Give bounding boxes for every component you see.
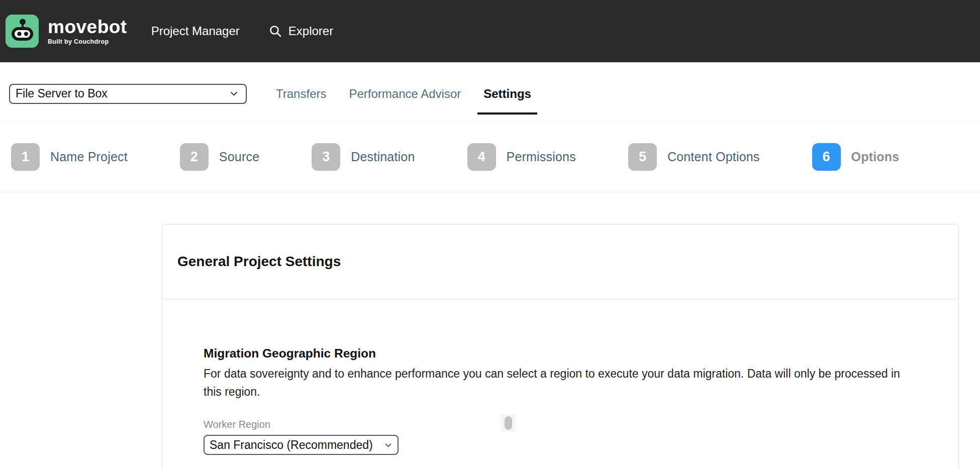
main-content: General Project Settings Migration Geogr… [0,224,980,470]
wizard-stepper: 1 Name Project 2 Source 3 Destination 4 … [0,122,980,192]
step-destination[interactable]: 3 Destination [312,143,415,171]
tab-transfers[interactable]: Transfers [276,66,326,121]
brand-name: movebot [48,18,127,36]
general-settings-card: General Project Settings Migration Geogr… [162,224,959,470]
nav-project-manager[interactable]: Project Manager [151,24,240,38]
step-badge: 3 [312,143,340,171]
step-label: Name Project [50,150,128,164]
nav-explorer-label: Explorer [288,24,333,38]
mini-scrollbar-thumb[interactable] [505,416,512,430]
project-select[interactable]: File Server to Box [9,84,247,104]
step-label: Options [851,150,900,164]
movebot-logo[interactable] [6,15,39,48]
robot-icon [6,15,39,48]
nav-project-manager-label: Project Manager [151,24,240,38]
step-content-options[interactable]: 5 Content Options [628,143,760,171]
tab-settings[interactable]: Settings [483,66,531,121]
step-permissions[interactable]: 4 Permissions [467,143,576,171]
tab-performance-advisor-label: Performance Advisor [349,87,461,101]
step-source[interactable]: 2 Source [180,143,259,171]
step-label: Source [219,150,259,164]
worker-region-value: San Francisco (Recommended) [210,438,373,452]
tab-settings-label: Settings [483,87,531,101]
tab-performance-advisor[interactable]: Performance Advisor [349,66,461,121]
worker-region-select[interactable]: San Francisco (Recommended) [204,435,399,455]
mini-scrollbar-track[interactable] [502,415,515,431]
brand-tagline: Built by Couchdrop [48,38,127,45]
step-options[interactable]: 6 Options [812,143,900,171]
migration-region-heading: Migration Geographic Region [204,346,917,361]
nav-explorer[interactable]: Explorer [269,24,333,38]
card-header: General Project Settings [162,224,958,299]
card-body: Migration Geographic Region For data sov… [162,299,958,455]
tab-bar: Transfers Performance Advisor Settings [276,66,531,121]
step-label: Content Options [667,150,760,164]
step-badge: 1 [11,143,40,171]
card-title: General Project Settings [177,254,943,270]
tab-transfers-label: Transfers [276,87,326,101]
worker-region-label: Worker Region [204,419,917,430]
step-badge: 5 [628,143,657,171]
step-label: Destination [351,150,415,164]
step-name-project[interactable]: 1 Name Project [11,143,128,171]
step-badge: 6 [812,143,841,171]
chevron-down-icon [229,89,239,98]
step-badge: 4 [467,143,496,171]
toolbar: File Server to Box Transfers Performance… [0,62,980,122]
header-nav: Project Manager Explorer [127,24,333,38]
step-label: Permissions [507,150,576,164]
app-header: movebot Built by Couchdrop Project Manag… [0,0,980,62]
migration-region-description: For data sovereignty and to enhance perf… [204,365,907,401]
chevron-down-icon [384,441,393,449]
brand-text: movebot Built by Couchdrop [48,18,127,45]
step-badge: 2 [180,143,209,171]
search-icon [269,25,282,38]
project-select-value: File Server to Box [16,87,108,100]
